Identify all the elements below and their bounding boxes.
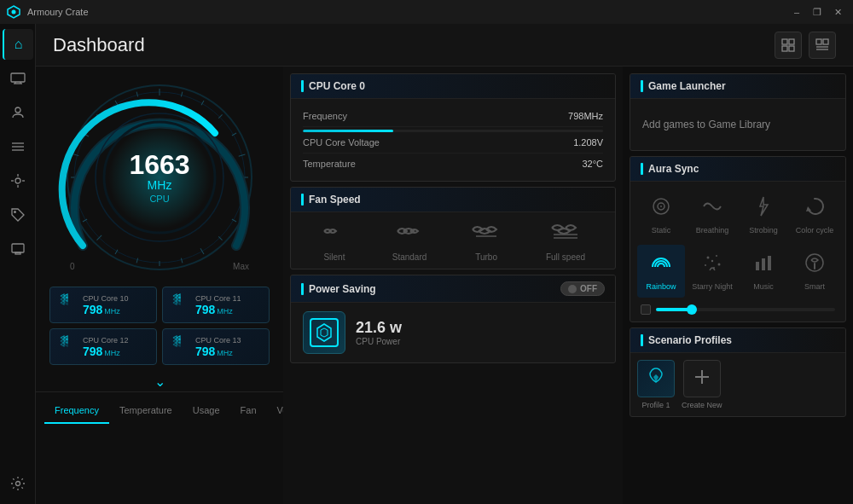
profiles-header-accent: [641, 334, 643, 346]
create-new-label: Create New: [682, 401, 722, 409]
aura-speed-slider[interactable]: [656, 308, 835, 311]
sidebar-item-monitor[interactable]: [3, 234, 33, 264]
voltage-label: CPU Core Voltage: [303, 137, 380, 148]
power-saving-toggle[interactable]: OFF: [560, 281, 605, 296]
power-saving-header: Power Saving OFF: [291, 275, 615, 303]
svg-line-39: [200, 248, 204, 254]
sidebar-item-devices[interactable]: [3, 63, 33, 94]
power-icon-box: [303, 311, 345, 354]
fan-turbo[interactable]: Turbo: [471, 219, 502, 262]
aura-color-swatch[interactable]: [641, 304, 651, 315]
svg-rect-2: [11, 73, 25, 82]
core-name-10: CPU Core 10: [83, 294, 149, 303]
core-freq-unit-12: MHz: [104, 349, 120, 357]
monitor-icon: [10, 241, 26, 257]
smart-label: Smart: [804, 282, 825, 291]
sidebar-item-tag[interactable]: [3, 200, 33, 230]
aura-mode-static[interactable]: Static: [637, 188, 685, 241]
sidebar-item-settings[interactable]: [3, 468, 33, 499]
devices-icon: [10, 71, 26, 86]
rog-logo-icon: [310, 318, 339, 347]
tools-icon: [10, 173, 26, 188]
fan-header-accent: [301, 194, 304, 206]
sidebar-item-tools[interactable]: [3, 165, 33, 196]
rainbow-icon: [650, 252, 672, 279]
restore-button[interactable]: ❐: [809, 3, 826, 20]
aura-mode-music[interactable]: Music: [740, 245, 787, 298]
aura-mode-color-cycle[interactable]: Color cycle: [791, 188, 838, 241]
hardware-icon: [10, 139, 26, 154]
svg-line-30: [181, 92, 183, 97]
create-new-icon-box: [683, 360, 721, 397]
scroll-down-icon[interactable]: ⌄: [154, 374, 165, 390]
view-grid-button[interactable]: [775, 32, 802, 59]
close-button[interactable]: ✕: [829, 3, 846, 20]
tab-frequency[interactable]: Frequency: [44, 398, 109, 424]
aura-mode-strobing[interactable]: Strobing: [740, 188, 787, 241]
view-list-button[interactable]: [809, 32, 836, 59]
aura-grid: Static Breathing: [637, 188, 838, 298]
gauge-center: 1663 MHz CPU: [129, 151, 189, 204]
svg-point-67: [705, 264, 706, 266]
sidebar-item-home[interactable]: ⌂: [3, 29, 33, 60]
aura-mode-rainbow[interactable]: Rainbow: [637, 245, 685, 298]
svg-rect-22: [789, 46, 794, 51]
create-new-profile[interactable]: Create New: [682, 360, 722, 409]
fan-silent[interactable]: Silent: [321, 219, 348, 262]
cpu-stat-temp: Temperature 32°C: [303, 154, 603, 174]
cpu-stat-frequency: Frequency 798MHz: [303, 106, 603, 127]
game-launcher-header: Game Launcher: [630, 74, 845, 99]
gauge-unit: MHz: [129, 178, 189, 192]
sidebar-item-hardware[interactable]: [3, 131, 33, 162]
sidebar-item-profile[interactable]: [3, 97, 33, 128]
svg-marker-59: [317, 324, 331, 341]
fan-speed-title: Fan Speed: [309, 194, 361, 206]
svg-line-42: [136, 258, 138, 264]
music-label: Music: [753, 282, 774, 291]
scenario-profiles-title: Scenario Profiles: [648, 334, 732, 346]
svg-point-18: [15, 482, 20, 486]
temp-value: 32°C: [582, 159, 603, 169]
fan-full[interactable]: Full speed: [546, 219, 585, 262]
rainbow-label: Rainbow: [646, 282, 676, 291]
power-content: 21.6 w CPU Power: [291, 303, 615, 362]
strobing-label: Strobing: [749, 226, 778, 235]
tab-temperature[interactable]: Temperature: [109, 398, 183, 424]
cpu-core-content: Frequency 798MHz CPU Core Voltage 1.208V…: [291, 99, 615, 181]
fan-turbo-label: Turbo: [471, 252, 502, 262]
minimize-button[interactable]: –: [788, 3, 805, 20]
core-info-10: CPU Core 10 798 MHz: [83, 294, 149, 316]
power-info: 21.6 w CPU Power: [356, 319, 402, 346]
gauge-label: CPU: [129, 194, 189, 204]
fan-speed-header: Fan Speed: [291, 188, 615, 212]
core-name-11: CPU Core 11: [195, 294, 262, 303]
gauge-value: 1663: [129, 151, 189, 178]
game-launcher-panel: Game Launcher Add games to Game Library: [630, 73, 846, 151]
left-panel: 1663 MHz CPU 0 Max: [36, 67, 283, 504]
core-name-12: CPU Core 12: [83, 336, 149, 345]
static-label: Static: [652, 226, 671, 235]
tab-usage[interactable]: Usage: [183, 398, 230, 424]
core-freq-10: 798: [83, 303, 102, 316]
cpu-header-accent: [301, 80, 304, 92]
aura-mode-smart[interactable]: Smart: [791, 245, 838, 298]
starry-night-icon: [701, 252, 723, 279]
cpu-stat-voltage: CPU Core Voltage 1.208V: [303, 132, 603, 154]
core-freq-13: 798: [195, 345, 215, 358]
voltage-value: 1.208V: [573, 137, 603, 148]
aura-mode-breathing[interactable]: Breathing: [688, 188, 736, 241]
svg-point-65: [716, 255, 717, 257]
svg-rect-24: [823, 39, 828, 44]
cpu-core-panel: CPU Core 0 Frequency 798MHz CPU Core Vol…: [290, 73, 616, 182]
fan-standard[interactable]: Standard: [392, 219, 427, 262]
tab-fan[interactable]: Fan: [230, 398, 267, 424]
scenario-profiles-panel: Scenario Profiles: [630, 327, 846, 417]
temp-label: Temperature: [303, 159, 356, 169]
aura-slider-thumb: [687, 304, 697, 315]
profile-1[interactable]: Profile 1: [637, 360, 675, 409]
settings-icon: [10, 476, 26, 491]
grid-icon: [781, 38, 795, 52]
core-info-13: CPU Core 13 798 MHz: [195, 336, 262, 358]
aura-mode-starry-night[interactable]: Starry Night: [688, 245, 736, 298]
aura-header-accent: [641, 163, 643, 175]
